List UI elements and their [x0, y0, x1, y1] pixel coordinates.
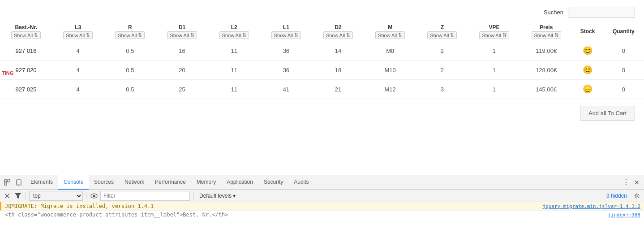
- table-cell: 2: [416, 61, 468, 80]
- show-all-l2[interactable]: Show All ⇅: [219, 31, 249, 39]
- table-cell: 0,5: [104, 61, 156, 80]
- quantity-cell: 0: [603, 61, 644, 80]
- col-header-d2: D2 Show All ⇅: [312, 22, 364, 41]
- table-cell: 25: [156, 80, 208, 99]
- table-cell: 18: [312, 61, 364, 80]
- table-cell: 0,5: [104, 41, 156, 61]
- table-cell: 41: [260, 80, 312, 99]
- table-cell: M8: [364, 41, 416, 61]
- table-cell: 16: [156, 41, 208, 61]
- stock-cell: 😊: [572, 61, 603, 80]
- table-cell: 36: [260, 61, 312, 80]
- col-header-m: M Show All ⇅: [364, 22, 416, 41]
- quantity-cell: 0: [603, 41, 644, 61]
- col-header-quantity: Quantity: [603, 22, 644, 41]
- show-all-d1[interactable]: Show All ⇅: [167, 31, 197, 39]
- table-cell: 11: [208, 41, 260, 61]
- show-all-m[interactable]: Show All ⇅: [375, 31, 405, 39]
- col-header-l2: L2 Show All ⇅: [208, 22, 260, 41]
- add-all-to-cart-button[interactable]: Add all To Cart: [580, 106, 635, 121]
- table-cell: M12: [364, 80, 416, 99]
- table-cell: 14: [312, 41, 364, 61]
- table-cell: 11: [208, 61, 260, 80]
- col-header-l3: L3 Show All ⇅: [52, 22, 104, 41]
- col-label-best-nr: Best.-Nr.: [4, 24, 48, 30]
- main-content: TING Suchen Best.-Nr. Show All ⇅ L3 Show…: [0, 0, 644, 175]
- show-all-l3[interactable]: Show All ⇅: [63, 31, 93, 39]
- table-cell: 145,00€: [520, 80, 572, 99]
- table-cell: 927 016: [0, 41, 52, 61]
- show-all-preis[interactable]: Show All ⇅: [532, 31, 561, 39]
- table-cell: 4: [52, 61, 104, 80]
- add-to-cart-area: Add all To Cart: [0, 99, 644, 127]
- stock-icon-red: 😞: [583, 85, 592, 94]
- stock-icon-green: 😊: [583, 46, 592, 55]
- search-area: Suchen: [0, 0, 644, 22]
- table-cell: 2: [416, 41, 468, 61]
- table-header-row: Best.-Nr. Show All ⇅ L3 Show All ⇅ R: [0, 22, 644, 41]
- show-all-vpe[interactable]: Show All ⇅: [479, 31, 509, 39]
- table-cell: 1: [468, 80, 520, 99]
- table-cell: 927 025: [0, 80, 52, 99]
- table-cell: 36: [260, 41, 312, 61]
- col-header-z: Z Show All ⇅: [416, 22, 468, 41]
- table-row: 927 02540,525114121M1231145,00€😞0: [0, 80, 644, 99]
- col-header-vpe: VPE Show All ⇅: [468, 22, 520, 41]
- search-label: Suchen: [544, 9, 563, 16]
- stock-cell: 😞: [572, 80, 603, 99]
- col-header-preis: Preis Show All ⇅: [520, 22, 572, 41]
- show-all-z[interactable]: Show All ⇅: [427, 31, 457, 39]
- show-all-best-nr[interactable]: Show All ⇅: [11, 31, 41, 39]
- data-table: Best.-Nr. Show All ⇅ L3 Show All ⇅ R: [0, 22, 644, 99]
- table-cell: 1: [468, 41, 520, 61]
- search-input[interactable]: [568, 7, 635, 18]
- show-all-l1[interactable]: Show All ⇅: [271, 31, 301, 39]
- table-cell: 1: [468, 61, 520, 80]
- table-cell: 128,00€: [520, 61, 572, 80]
- table-body: 927 01640,516113614M821119,00€😊0927 0204…: [0, 41, 644, 99]
- table-cell: M10: [364, 61, 416, 80]
- red-label: TING: [0, 69, 15, 77]
- quantity-cell: 0: [603, 80, 644, 99]
- show-all-r[interactable]: Show All ⇅: [115, 31, 145, 39]
- col-header-d1: D1 Show All ⇅: [156, 22, 208, 41]
- col-header-best-nr: Best.-Nr. Show All ⇅: [0, 22, 52, 41]
- table-cell: 4: [52, 41, 104, 61]
- table-cell: 3: [416, 80, 468, 99]
- show-all-d2[interactable]: Show All ⇅: [323, 31, 353, 39]
- table-cell: 11: [208, 80, 260, 99]
- table-cell: 21: [312, 80, 364, 99]
- table-row: 927 02040,520113618M1021128,00€😊0: [0, 61, 644, 80]
- table-cell: 119,00€: [520, 41, 572, 61]
- table-cell: 0,5: [104, 80, 156, 99]
- table-row: 927 01640,516113614M821119,00€😊0: [0, 41, 644, 61]
- stock-cell: 😊: [572, 41, 603, 61]
- col-header-r: R Show All ⇅: [104, 22, 156, 41]
- stock-icon-green: 😊: [583, 65, 592, 74]
- table-cell: 4: [52, 80, 104, 99]
- table-cell: 20: [156, 61, 208, 80]
- col-header-l1: L1 Show All ⇅: [260, 22, 312, 41]
- col-header-stock: Stock: [572, 22, 603, 41]
